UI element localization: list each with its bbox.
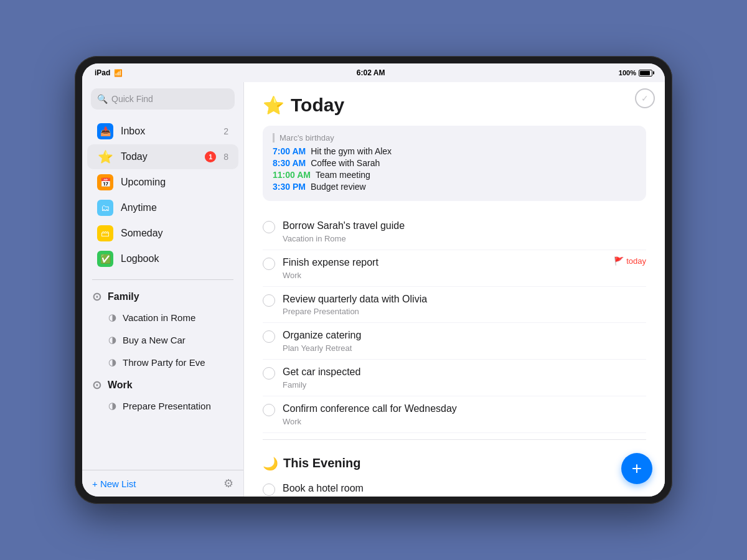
evening-header: 🌙 This Evening xyxy=(263,446,646,476)
task-checkbox-5[interactable] xyxy=(263,404,275,416)
battery-percent: 100% xyxy=(619,69,636,77)
vacation-label: Vacation in Rome xyxy=(123,312,195,323)
main-content: ✓ ⭐ Today Marc's birthday xyxy=(244,82,665,497)
cal-entry-1: 8:30 AM Coffee with Sarah xyxy=(273,158,636,168)
evening-section: 🌙 This Evening Book a hotel room Vacatio… xyxy=(263,439,646,497)
throw-party-icon: ◑ xyxy=(108,357,116,368)
task-content-3: Organize catering Plan Yearly Retreat xyxy=(283,329,646,353)
sidebar: 🔍 Quick Find 📥 Inbox 2 ⭐ Today 1 8 xyxy=(82,82,244,497)
title-star-icon: ⭐ xyxy=(263,95,284,116)
work-icon: ⊙ xyxy=(92,378,101,392)
task-item-3: Organize catering Plan Yearly Retreat xyxy=(263,323,646,360)
sidebar-item-throw-party[interactable]: ◑ Throw Party for Eve xyxy=(82,351,243,373)
sidebar-item-prepare-presentation[interactable]: ◑ Prepare Presentation xyxy=(82,394,243,417)
task-subtitle-2: Prepare Presentation xyxy=(283,307,646,316)
check-button[interactable]: ✓ xyxy=(635,88,655,108)
evening-checkbox-0[interactable] xyxy=(263,483,275,496)
today-icon: ⭐ xyxy=(97,149,113,165)
new-list-button[interactable]: + New List xyxy=(92,478,136,489)
device-frame: iPad 📶 6:02 AM 100% 🔍 Quick Find xyxy=(75,56,672,504)
status-left: iPad 📶 xyxy=(95,68,123,77)
family-header: ⊙ Family xyxy=(82,285,243,306)
cal-text-1: Coffee with Sarah xyxy=(311,158,380,168)
ipad-label: iPad xyxy=(95,68,110,77)
task-checkbox-2[interactable] xyxy=(263,294,275,307)
status-time: 6:02 AM xyxy=(357,68,385,77)
inbox-label: Inbox xyxy=(121,126,216,137)
content-inner: ⭐ Today Marc's birthday 7:00 AM Hit the … xyxy=(244,82,665,497)
cal-time-2: 11:00 AM xyxy=(273,170,311,180)
task-item-2: Review quarterly data with Olivia Prepar… xyxy=(263,287,646,324)
sidebar-item-buy-car[interactable]: ◑ Buy a New Car xyxy=(82,329,243,351)
evening-divider xyxy=(263,439,646,440)
someday-label: Someday xyxy=(121,228,228,239)
throw-party-label: Throw Party for Eve xyxy=(123,357,205,368)
task-checkbox-1[interactable] xyxy=(263,258,275,270)
task-title-1: Finish expense report xyxy=(283,256,606,269)
sidebar-item-someday[interactable]: 🗃 Someday xyxy=(87,221,238,246)
task-subtitle-3: Plan Yearly Retreat xyxy=(283,343,646,353)
wifi-icon: 📶 xyxy=(114,69,123,77)
task-subtitle-5: Work xyxy=(283,417,646,426)
upcoming-label: Upcoming xyxy=(121,177,228,188)
today-badge: 1 xyxy=(205,151,216,162)
task-flag-1: 🚩 today xyxy=(614,256,646,266)
evening-title-0: Book a hotel room xyxy=(283,482,646,495)
work-header: ⊙ Work xyxy=(82,373,243,394)
page-title: ⭐ Today xyxy=(263,95,646,116)
evening-icon: 🌙 xyxy=(263,456,278,471)
task-checkbox-3[interactable] xyxy=(263,330,275,343)
cal-time-3: 3:30 PM xyxy=(273,182,306,192)
cal-text-2: Team meeting xyxy=(316,170,370,180)
task-item-0: Borrow Sarah's travel guide Vacation in … xyxy=(263,213,646,250)
birthday-text: Marc's birthday xyxy=(280,133,334,142)
top-bar: ✓ xyxy=(635,88,655,108)
calendar-block: Marc's birthday 7:00 AM Hit the gym with… xyxy=(263,126,646,201)
family-icon: ⊙ xyxy=(92,290,101,304)
task-list: Borrow Sarah's travel guide Vacation in … xyxy=(263,213,646,433)
sidebar-item-inbox[interactable]: 📥 Inbox 2 xyxy=(87,119,238,144)
sidebar-item-vacation-rome[interactable]: ◑ Vacation in Rome xyxy=(82,306,243,329)
cal-entry-0: 7:00 AM Hit the gym with Alex xyxy=(273,146,636,156)
vacation-icon: ◑ xyxy=(108,312,116,323)
search-icon: 🔍 xyxy=(97,94,108,104)
family-label: Family xyxy=(108,291,139,302)
task-item-4: Get car inspected Family xyxy=(263,360,646,396)
task-title-2: Review quarterly data with Olivia xyxy=(283,293,646,306)
logbook-icon: ✅ xyxy=(97,251,113,267)
new-list-label: + New List xyxy=(92,478,136,489)
task-checkbox-4[interactable] xyxy=(263,367,275,380)
buy-car-label: Buy a New Car xyxy=(123,335,186,345)
status-bar: iPad 📶 6:02 AM 100% xyxy=(82,63,665,82)
task-title-5: Confirm conference call for Wednesday xyxy=(283,403,646,416)
cal-entry-3: 3:30 PM Budget review xyxy=(273,182,636,192)
upcoming-icon: 📅 xyxy=(97,174,113,190)
app-body: 🔍 Quick Find 📥 Inbox 2 ⭐ Today 1 8 xyxy=(82,82,665,497)
battery-icon xyxy=(639,70,652,77)
logbook-label: Logbook xyxy=(121,253,228,264)
task-item-5: Confirm conference call for Wednesday Wo… xyxy=(263,396,646,433)
battery-fill xyxy=(640,71,650,75)
today-count: 8 xyxy=(223,152,228,162)
sidebar-footer: + New List ⚙ xyxy=(82,470,243,497)
task-content-0: Borrow Sarah's travel guide Vacation in … xyxy=(283,220,646,243)
task-title-0: Borrow Sarah's travel guide xyxy=(283,220,646,233)
cal-text-0: Hit the gym with Alex xyxy=(311,146,392,156)
sidebar-item-logbook[interactable]: ✅ Logbook xyxy=(87,246,238,271)
sidebar-item-today[interactable]: ⭐ Today 1 8 xyxy=(87,144,238,169)
search-placeholder: Quick Find xyxy=(111,94,153,104)
evening-content-0: Book a hotel room Vacation in Rome xyxy=(283,482,646,497)
sidebar-item-upcoming[interactable]: 📅 Upcoming xyxy=(87,170,238,195)
task-content-4: Get car inspected Family xyxy=(283,366,646,390)
task-title-4: Get car inspected xyxy=(283,366,646,379)
search-bar[interactable]: 🔍 Quick Find xyxy=(91,88,235,110)
status-right: 100% xyxy=(619,69,652,77)
work-group: ⊙ Work ◑ Prepare Presentation xyxy=(82,373,243,417)
cal-time-0: 7:00 AM xyxy=(273,146,306,156)
add-task-button[interactable]: + xyxy=(621,453,652,484)
settings-icon[interactable]: ⚙ xyxy=(223,477,233,490)
sidebar-item-anytime[interactable]: 🗂 Anytime xyxy=(87,195,238,220)
task-content-2: Review quarterly data with Olivia Prepar… xyxy=(283,293,646,317)
task-checkbox-0[interactable] xyxy=(263,221,275,233)
inbox-count: 2 xyxy=(223,126,228,136)
